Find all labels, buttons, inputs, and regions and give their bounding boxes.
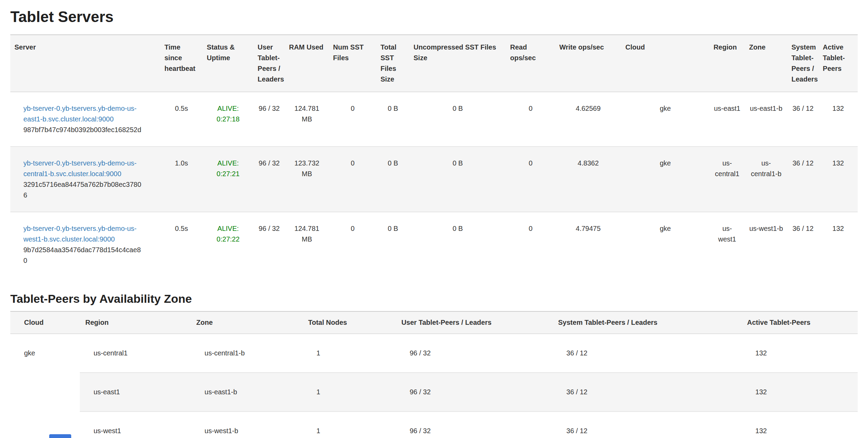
num-sst-files-cell: 0 xyxy=(329,92,376,147)
zone-cell: us-central1-b xyxy=(191,334,303,373)
region-cell: us-east1 xyxy=(80,373,191,412)
tserver-link[interactable]: yb-tserver-0.yb-tservers.yb-demo-us-east… xyxy=(23,103,143,125)
column-header-cloud: Cloud xyxy=(621,35,709,92)
column-header-system-tablet-peers: System Tablet-Peers / Leaders xyxy=(553,311,741,334)
column-header-write-ops: Write ops/sec xyxy=(555,35,621,92)
tserver-row: yb-tserver-0.yb-tservers.yb-demo-us-west… xyxy=(10,212,858,277)
uncompressed-sst-size-cell: 0 B xyxy=(409,212,506,277)
column-header-active-tablet-peers: Active Tablet-Peers xyxy=(742,311,858,334)
tserver-uuid: 9b7d2584aa35476dac778d154c4cae80 xyxy=(23,245,143,266)
user-tablet-peers-cell: 96 / 32 xyxy=(396,412,553,438)
partial-blue-element[interactable] xyxy=(49,434,71,438)
tserver-link[interactable]: yb-tserver-0.yb-tservers.yb-demo-us-west… xyxy=(23,223,143,245)
column-header-status-uptime: Status & Uptime xyxy=(203,35,254,92)
num-sst-files-cell: 0 xyxy=(329,147,376,212)
ram-used-cell: 124.781 MB xyxy=(285,92,329,147)
column-header-time-since-heartbeat: Time since heartbeat xyxy=(160,35,203,92)
uncompressed-sst-size-cell: 0 B xyxy=(409,92,506,147)
tserver-uuid: 3291c5716ea84475a762b7b08ec37806 xyxy=(23,179,143,201)
server-cell: yb-tserver-0.yb-tservers.yb-demo-us-west… xyxy=(10,212,160,277)
cloud-cell: gke xyxy=(621,92,709,147)
system-tablet-peers-cell: 36 / 12 xyxy=(787,147,818,212)
column-header-cloud: Cloud xyxy=(10,311,80,334)
column-header-uncompressed-sst-files-size: Uncompressed SST Files Size xyxy=(409,35,506,92)
uncompressed-sst-size-cell: 0 B xyxy=(409,147,506,212)
user-tablet-peers-cell: 96 / 32 xyxy=(254,92,285,147)
az-row: us-east1 us-east1-b 1 96 / 32 36 / 12 13… xyxy=(10,373,858,412)
active-tablet-peers-cell: 132 xyxy=(742,334,858,373)
user-tablet-peers-cell: 96 / 32 xyxy=(396,373,553,412)
page-container: Tablet Servers Server Time since heartbe… xyxy=(0,0,868,438)
region-cell: us-west1 xyxy=(709,212,745,277)
write-ops-cell: 4.79475 xyxy=(555,212,621,277)
tserver-row: yb-tserver-0.yb-tservers.yb-demo-us-cent… xyxy=(10,147,858,212)
user-tablet-peers-cell: 96 / 32 xyxy=(396,334,553,373)
zone-cell: us-west1-b xyxy=(191,412,303,438)
user-tablet-peers-cell: 96 / 32 xyxy=(254,212,285,277)
read-ops-cell: 0 xyxy=(506,147,555,212)
write-ops-cell: 4.62569 xyxy=(555,92,621,147)
total-sst-size-cell: 0 B xyxy=(376,212,409,277)
column-header-user-tablet-peers: User Tablet-Peers / Leaders xyxy=(254,35,285,92)
active-tablet-peers-cell: 132 xyxy=(819,92,858,147)
active-tablet-peers-cell: 132 xyxy=(742,412,858,438)
heartbeat-cell: 0.5s xyxy=(160,92,203,147)
system-tablet-peers-cell: 36 / 12 xyxy=(787,92,818,147)
column-header-num-sst-files: Num SST Files xyxy=(329,35,376,92)
region-cell: us-central1 xyxy=(709,147,745,212)
page-title: Tablet Servers xyxy=(10,8,858,25)
total-nodes-cell: 1 xyxy=(303,373,396,412)
cloud-cell: gke xyxy=(621,147,709,212)
column-header-ram-used: RAM Used xyxy=(285,35,329,92)
region-cell: us-west1 xyxy=(80,412,191,438)
zone-cell: us-east1-b xyxy=(191,373,303,412)
column-header-read-ops: Read ops/sec xyxy=(506,35,555,92)
total-sst-size-cell: 0 B xyxy=(376,147,409,212)
zone-cell: us-east1-b xyxy=(745,92,787,147)
region-cell: us-central1 xyxy=(80,334,191,373)
system-tablet-peers-cell: 36 / 12 xyxy=(787,212,818,277)
ram-used-cell: 123.732 MB xyxy=(285,147,329,212)
total-sst-size-cell: 0 B xyxy=(376,92,409,147)
status-cell: ALIVE: 0:27:22 xyxy=(203,212,254,277)
cloud-cell: gke xyxy=(10,334,80,438)
column-header-total-sst-files-size: Total SST Files Size xyxy=(376,35,409,92)
region-cell: us-east1 xyxy=(709,92,745,147)
read-ops-cell: 0 xyxy=(506,92,555,147)
total-nodes-cell: 1 xyxy=(303,412,396,438)
server-cell: yb-tserver-0.yb-tservers.yb-demo-us-east… xyxy=(10,92,160,147)
write-ops-cell: 4.8362 xyxy=(555,147,621,212)
column-header-active-tablet-peers: Active Tablet-Peers xyxy=(819,35,858,92)
cloud-cell: gke xyxy=(621,212,709,277)
system-tablet-peers-cell: 36 / 12 xyxy=(553,334,741,373)
user-tablet-peers-cell: 96 / 32 xyxy=(254,147,285,212)
tablet-servers-header-row: Server Time since heartbeat Status & Upt… xyxy=(10,35,858,92)
column-header-user-tablet-peers: User Tablet-Peers / Leaders xyxy=(396,311,553,334)
column-header-system-tablet-peers: System Tablet-Peers / Leaders xyxy=(787,35,818,92)
column-header-region: Region xyxy=(80,311,191,334)
column-header-zone: Zone xyxy=(191,311,303,334)
ram-used-cell: 124.781 MB xyxy=(285,212,329,277)
read-ops-cell: 0 xyxy=(506,212,555,277)
zone-cell: us-west1-b xyxy=(745,212,787,277)
tserver-row: yb-tserver-0.yb-tservers.yb-demo-us-east… xyxy=(10,92,858,147)
active-tablet-peers-cell: 132 xyxy=(742,373,858,412)
system-tablet-peers-cell: 36 / 12 xyxy=(553,412,741,438)
system-tablet-peers-cell: 36 / 12 xyxy=(553,373,741,412)
column-header-total-nodes: Total Nodes xyxy=(303,311,396,334)
tserver-uuid: 987bf7b47c974b0392b003fec168252d xyxy=(23,125,143,135)
az-table: Cloud Region Zone Total Nodes User Table… xyxy=(10,311,858,438)
column-header-zone: Zone xyxy=(745,35,787,92)
status-cell: ALIVE: 0:27:18 xyxy=(203,92,254,147)
az-section-title: Tablet-Peers by Availability Zone xyxy=(10,292,858,306)
num-sst-files-cell: 0 xyxy=(329,212,376,277)
heartbeat-cell: 0.5s xyxy=(160,212,203,277)
total-nodes-cell: 1 xyxy=(303,334,396,373)
heartbeat-cell: 1.0s xyxy=(160,147,203,212)
column-header-region: Region xyxy=(709,35,745,92)
tserver-link[interactable]: yb-tserver-0.yb-tservers.yb-demo-us-cent… xyxy=(23,158,143,179)
zone-cell: us-central1-b xyxy=(745,147,787,212)
az-row: gke us-central1 us-central1-b 1 96 / 32 … xyxy=(10,334,858,373)
tablet-servers-table: Server Time since heartbeat Status & Upt… xyxy=(10,34,858,277)
column-header-server: Server xyxy=(10,35,160,92)
